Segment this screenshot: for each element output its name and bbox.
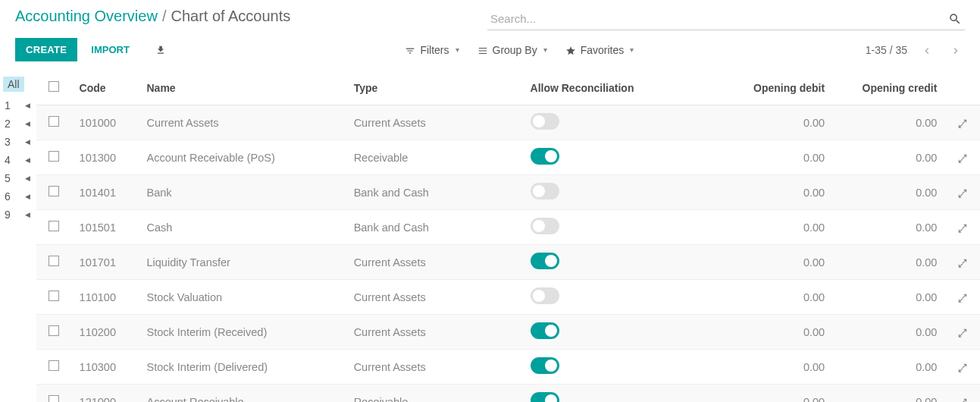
pager-prev-button[interactable] [918, 43, 936, 57]
cell-opening-debit[interactable]: 0.00 [736, 105, 832, 140]
table-row[interactable]: 101300Account Receivable (PoS)Receivable… [36, 140, 980, 175]
column-header-opening-debit[interactable]: Opening debit [736, 71, 832, 105]
create-button[interactable]: CREATE [15, 38, 77, 61]
row-checkbox[interactable] [49, 116, 59, 127]
cell-type[interactable]: Current Assets [346, 280, 523, 315]
cell-type[interactable]: Receivable [346, 140, 523, 175]
row-checkbox[interactable] [49, 395, 59, 402]
sidebar-index-item[interactable]: 9◀ [0, 206, 36, 224]
cell-code[interactable]: 101401 [72, 175, 139, 210]
table-row[interactable]: 110100Stock ValuationCurrent Assets0.000… [36, 280, 980, 315]
column-header-reconcile[interactable]: Allow Reconciliation [523, 71, 737, 105]
search-input[interactable] [487, 8, 945, 30]
column-header-type[interactable]: Type [346, 71, 523, 105]
reconcile-toggle[interactable] [531, 322, 559, 339]
import-button[interactable]: IMPORT [80, 38, 140, 61]
pager-next-button[interactable] [947, 43, 965, 57]
cell-code[interactable]: 101701 [72, 245, 139, 280]
reconcile-toggle[interactable] [531, 357, 559, 374]
cell-code[interactable]: 101000 [72, 105, 139, 140]
expand-icon[interactable] [957, 257, 968, 269]
cell-name[interactable]: Account Receivable [139, 385, 346, 402]
row-checkbox[interactable] [49, 325, 59, 336]
expand-icon[interactable] [957, 152, 968, 164]
table-row[interactable]: 101000Current AssetsCurrent Assets0.000.… [36, 105, 980, 140]
cell-type[interactable]: Current Assets [346, 245, 523, 280]
table-row[interactable]: 121000Account ReceivableReceivable0.000.… [36, 385, 980, 402]
sidebar-index-item[interactable]: 6◀ [0, 187, 36, 206]
column-header-name[interactable]: Name [139, 71, 346, 105]
cell-code[interactable]: 101501 [72, 210, 139, 245]
expand-icon[interactable] [957, 187, 968, 199]
cell-code[interactable]: 101300 [72, 140, 139, 175]
cell-opening-debit[interactable]: 0.00 [736, 175, 832, 210]
row-checkbox[interactable] [49, 291, 59, 301]
row-checkbox[interactable] [49, 256, 59, 266]
cell-opening-credit[interactable]: 0.00 [832, 245, 944, 280]
cell-name[interactable]: Stock Valuation [139, 280, 346, 315]
row-checkbox[interactable] [49, 186, 59, 196]
reconcile-toggle[interactable] [531, 218, 559, 234]
cell-opening-debit[interactable]: 0.00 [736, 245, 832, 280]
search-icon[interactable] [945, 11, 965, 26]
cell-name[interactable]: Cash [139, 210, 346, 245]
cell-name[interactable]: Current Assets [139, 105, 346, 140]
cell-opening-credit[interactable]: 0.00 [832, 385, 944, 402]
filters-button[interactable]: Filters ▾ [405, 44, 459, 56]
expand-icon[interactable] [957, 397, 968, 402]
cell-opening-debit[interactable]: 0.00 [736, 315, 832, 350]
expand-icon[interactable] [957, 362, 968, 373]
sidebar-index-item[interactable]: 5◀ [0, 169, 36, 187]
cell-type[interactable]: Current Assets [346, 105, 523, 140]
expand-icon[interactable] [957, 118, 968, 129]
cell-name[interactable]: Liquidity Transfer [139, 245, 346, 280]
cell-code[interactable]: 110300 [72, 350, 139, 385]
cell-opening-debit[interactable]: 0.00 [736, 210, 832, 245]
cell-opening-debit[interactable]: 0.00 [736, 280, 832, 315]
group-by-button[interactable]: Group By ▾ [477, 44, 547, 56]
row-checkbox[interactable] [49, 221, 59, 231]
cell-code[interactable]: 110200 [72, 315, 139, 350]
column-header-opening-credit[interactable]: Opening credit [832, 71, 944, 105]
table-row[interactable]: 110300Stock Interim (Delivered)Current A… [36, 350, 980, 385]
select-all-checkbox[interactable] [49, 81, 59, 92]
favorites-button[interactable]: Favorites ▾ [565, 44, 634, 56]
cell-name[interactable]: Stock Interim (Received) [139, 315, 346, 350]
sidebar-index-item[interactable]: 1◀ [0, 96, 36, 115]
cell-opening-credit[interactable]: 0.00 [832, 210, 944, 245]
row-checkbox[interactable] [49, 151, 59, 162]
reconcile-toggle[interactable] [531, 287, 559, 304]
row-checkbox[interactable] [49, 360, 59, 371]
expand-icon[interactable] [957, 292, 968, 303]
cell-code[interactable]: 110100 [72, 280, 139, 315]
cell-opening-credit[interactable]: 0.00 [832, 280, 944, 315]
expand-icon[interactable] [957, 327, 968, 338]
column-header-code[interactable]: Code [72, 71, 139, 105]
cell-type[interactable]: Current Assets [346, 315, 523, 350]
table-row[interactable]: 101401BankBank and Cash0.000.00 [36, 175, 980, 210]
cell-code[interactable]: 121000 [72, 385, 139, 402]
cell-opening-credit[interactable]: 0.00 [832, 175, 944, 210]
sidebar-index-item[interactable]: 4◀ [0, 151, 36, 169]
reconcile-toggle[interactable] [531, 253, 559, 269]
sidebar-item-all[interactable]: All [3, 77, 24, 92]
cell-opening-debit[interactable]: 0.00 [736, 385, 832, 402]
reconcile-toggle[interactable] [531, 183, 559, 199]
cell-opening-debit[interactable]: 0.00 [736, 350, 832, 385]
cell-type[interactable]: Receivable [346, 385, 523, 402]
breadcrumb-parent-link[interactable]: Accounting Overview [15, 8, 158, 25]
table-row[interactable]: 110200Stock Interim (Received)Current As… [36, 315, 980, 350]
cell-type[interactable]: Bank and Cash [346, 175, 523, 210]
cell-type[interactable]: Bank and Cash [346, 210, 523, 245]
cell-opening-credit[interactable]: 0.00 [832, 105, 944, 140]
cell-opening-credit[interactable]: 0.00 [832, 140, 944, 175]
table-row[interactable]: 101501CashBank and Cash0.000.00 [36, 210, 980, 245]
cell-opening-debit[interactable]: 0.00 [736, 140, 832, 175]
sidebar-index-item[interactable]: 2◀ [0, 115, 36, 133]
reconcile-toggle[interactable] [531, 392, 559, 402]
cell-name[interactable]: Bank [139, 175, 346, 210]
pager-range[interactable]: 1-35 / 35 [866, 44, 907, 56]
expand-icon[interactable] [957, 222, 968, 234]
reconcile-toggle[interactable] [531, 113, 559, 130]
cell-type[interactable]: Current Assets [346, 350, 523, 385]
